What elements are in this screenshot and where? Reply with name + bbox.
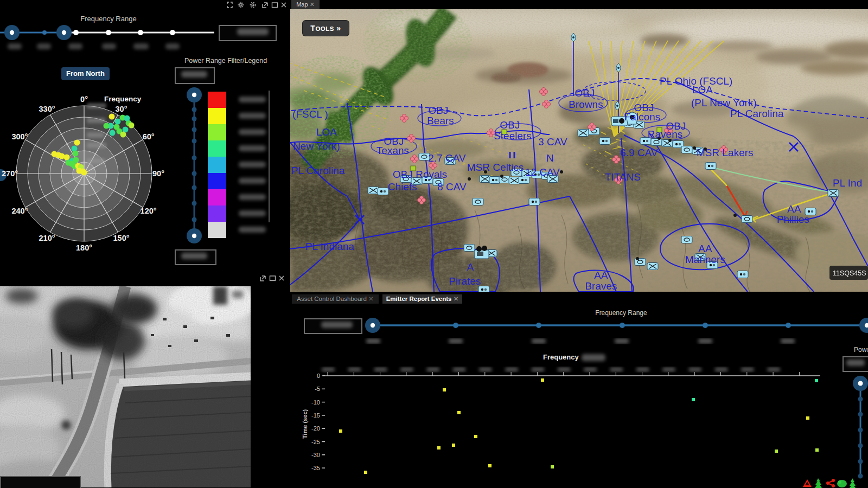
svg-text:180°: 180° — [76, 243, 92, 252]
svg-text:-30: -30 — [311, 452, 320, 458]
svg-text:LOA: LOA — [692, 84, 713, 95]
svg-text:AA: AA — [787, 203, 801, 215]
svg-text:Ravens: Ravens — [648, 129, 682, 140]
svg-text:-15: -15 — [311, 412, 320, 419]
svg-text:270°: 270° — [2, 169, 18, 178]
svg-text:120°: 120° — [141, 207, 157, 215]
svg-text:io (FSCL ): io (FSCL ) — [290, 108, 328, 120]
svg-text:30°: 30° — [116, 105, 127, 113]
svg-text:Steelers: Steelers — [494, 130, 532, 142]
svg-text:Pirates: Pirates — [449, 275, 481, 287]
svg-text:-35: -35 — [311, 465, 320, 471]
svg-text:0°: 0° — [80, 95, 88, 104]
svg-text:(PL New York): (PL New York) — [691, 97, 757, 108]
svg-text:0: 0 — [317, 373, 320, 379]
svg-text:8 CAV: 8 CAV — [437, 181, 467, 192]
svg-text:OBJ Royals: OBJ Royals — [393, 169, 447, 180]
svg-text:A: A — [467, 261, 474, 273]
svg-text:LOA: LOA — [316, 126, 337, 138]
svg-text:AA: AA — [698, 243, 712, 254]
svg-text:Frequency: Frequency — [104, 95, 142, 103]
svg-text:60°: 60° — [143, 132, 155, 141]
svg-text:300°: 300° — [11, 132, 28, 141]
svg-text:PL Carolina: PL Carolina — [730, 108, 784, 119]
svg-text:-25: -25 — [311, 439, 320, 445]
svg-text:2.7 CAV: 2.7 CAV — [428, 152, 466, 164]
svg-text:150°: 150° — [113, 234, 130, 242]
svg-text:Braves: Braves — [585, 280, 617, 292]
svg-text:-5: -5 — [315, 386, 320, 392]
svg-text:6.9 CAV: 6.9 CAV — [620, 147, 658, 158]
svg-text:OBJ: OBJ — [575, 87, 595, 99]
svg-text:PL Ind: PL Ind — [833, 177, 862, 189]
svg-text:Bears: Bears — [427, 115, 454, 126]
svg-text:Chiefs: Chiefs — [388, 181, 417, 192]
svg-text:11SQS45S: 11SQS45S — [833, 269, 866, 277]
svg-text:90°: 90° — [152, 169, 164, 178]
svg-text:Time (sec): Time (sec) — [302, 409, 308, 439]
svg-text:OBJ: OBJ — [500, 119, 520, 131]
svg-text:AA: AA — [594, 269, 608, 281]
svg-text:-20: -20 — [311, 425, 320, 432]
svg-text:PL Indiana: PL Indiana — [305, 241, 355, 252]
svg-text:3 CAV: 3 CAV — [538, 136, 567, 147]
svg-text:OBJ: OBJ — [429, 105, 449, 116]
svg-text:Browns: Browns — [569, 99, 603, 110]
svg-text:210°: 210° — [39, 234, 55, 242]
svg-text:240°: 240° — [11, 207, 28, 215]
svg-text:L New York): L New York) — [290, 140, 340, 152]
svg-text:PL Carolina: PL Carolina — [291, 165, 345, 176]
svg-text:MSR Lakers: MSR Lakers — [697, 147, 754, 158]
svg-text:Phillies: Phillies — [777, 214, 809, 225]
svg-text:TITANS: TITANS — [605, 171, 641, 183]
svg-text:12 CAV: 12 CAV — [525, 166, 560, 178]
svg-text:330°: 330° — [39, 105, 55, 113]
svg-text:Falcons: Falcons — [624, 111, 661, 123]
svg-text:Mariners: Mariners — [685, 254, 725, 265]
svg-text:Texans: Texans — [376, 145, 409, 156]
svg-text:N: N — [546, 152, 554, 164]
svg-text:-10: -10 — [311, 399, 320, 406]
svg-text:MSR Celtics: MSR Celtics — [467, 162, 524, 173]
